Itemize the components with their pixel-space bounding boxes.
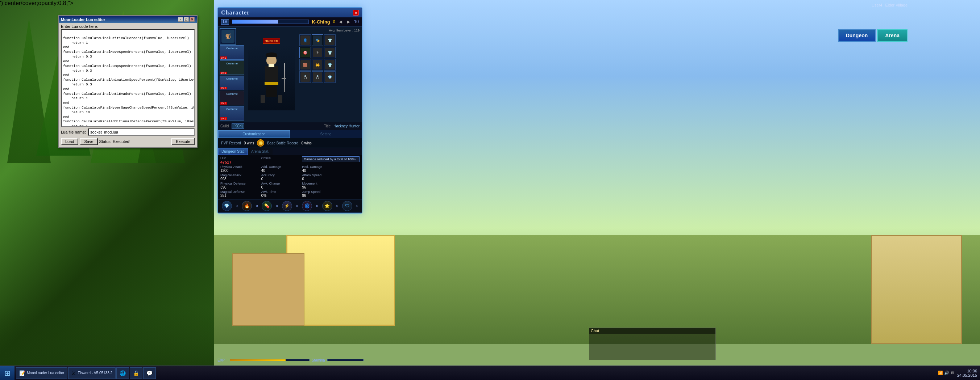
stat-awk-charge: Awk. Charge 0	[261, 182, 302, 189]
lua-filename-input[interactable]	[88, 128, 195, 136]
costume-slot-1[interactable]: Costume LV:1	[220, 45, 244, 60]
char-arrow-right[interactable]: ►	[346, 19, 351, 25]
costume-slot-4[interactable]: Costume LV:1	[220, 91, 244, 105]
equip-slot-7[interactable]: 🟫	[299, 59, 311, 71]
taskbar-browser[interactable]: 🌐	[116, 367, 129, 379]
stat-red-damage: Red. Damage 40	[302, 165, 360, 173]
char-body: 🐒 Costume LV:1 Costume LV:1 Costume LV:1…	[218, 27, 362, 122]
battle-record-value: 0 wins	[301, 141, 311, 145]
taskbar-datetime: 10:06 24.05.2015	[957, 369, 977, 377]
character-window: Character ✕ LV K-Ching 0 ◄ ► 10 🐒 Costum…	[218, 7, 363, 214]
system-tray: 📶 🔊 🖥	[938, 370, 954, 375]
sprite-hair-top	[266, 52, 277, 57]
maximize-button[interactable]: □	[184, 17, 189, 22]
equip-slot-3[interactable]: 👕	[324, 34, 336, 46]
costume-slot-2[interactable]: Costume LV:1	[220, 60, 244, 75]
lua-editor-titlebar: MoonLoader Lua editor - □ ✕	[59, 16, 197, 23]
start-button[interactable]: ⊞	[0, 366, 14, 380]
equip-slot-2[interactable]: 🎭	[312, 34, 323, 46]
char-equipment-panel: Avg. Item Level : 119 👤 🎭 👕 🎯 👁	[299, 28, 360, 120]
item-slot-7[interactable]: 🛡	[342, 201, 352, 211]
equip-slot-4[interactable]: 🎯	[299, 47, 311, 58]
item-slot-3[interactable]: 💊	[262, 201, 272, 211]
lua-status: Status: Executed!	[99, 139, 170, 144]
equip-slot-10[interactable]: 💍	[299, 71, 311, 83]
arena-button[interactable]: Arena	[877, 29, 907, 42]
item-count-6: 0	[336, 204, 338, 208]
taskbar-items: 📝 MoonLoader Lua editor ⚔ Elsword - V5.0…	[14, 367, 935, 379]
char-window-title: Character	[221, 10, 250, 16]
taskbar-elsword[interactable]: ⚔ Elsword - V5.05133.2	[68, 367, 116, 379]
close-button[interactable]: ✕	[189, 17, 195, 22]
stats-section: H P 47517 Critical Damage reduced by a t…	[218, 155, 362, 199]
title-label: Title	[324, 124, 331, 128]
item-count-1: 0	[236, 204, 238, 208]
lua-code-editor[interactable]: function CalculateFinalCriticalPercent(f…	[61, 29, 195, 127]
item-slot-6[interactable]: ⭐	[322, 201, 332, 211]
sprite-pants	[266, 84, 277, 97]
stat-jump-speed: Jump Speed 96	[302, 190, 360, 198]
equip-slot-11[interactable]: 💍	[312, 71, 323, 83]
sprite-boot-left	[261, 95, 265, 103]
lua-code-label: Enter Lua code here:	[59, 23, 197, 29]
item-slot-4[interactable]: ⚡	[282, 201, 292, 211]
stat-tab-arena[interactable]: Arena Stat.	[248, 148, 272, 155]
minimize-button[interactable]: -	[178, 17, 183, 22]
tab-customization[interactable]: Customization	[218, 130, 290, 138]
item-slot-1[interactable]: 💎	[222, 201, 232, 211]
character-sprite	[257, 52, 286, 103]
equip-slot-6[interactable]: 👕	[324, 47, 336, 58]
item-slot-5[interactable]: 🌀	[302, 201, 312, 211]
lua-editor-window: MoonLoader Lua editor - □ ✕ Enter Lua co…	[58, 15, 197, 148]
taskbar-messenger[interactable]: 💬	[143, 367, 156, 379]
titlebar-buttons: - □ ✕	[178, 17, 195, 22]
lv1-badge-3: LV:1	[220, 87, 227, 89]
costume-slot-5[interactable]: Costume LV:1	[220, 106, 244, 120]
avg-item-level: Avg. Item Level : 119	[299, 28, 360, 33]
pvp-label: PVP Record	[221, 141, 241, 145]
stat-tab-dungeon[interactable]: Dungeon Stat.	[218, 148, 248, 155]
stamina-bar	[327, 359, 364, 361]
save-button[interactable]: Save	[80, 138, 97, 145]
stat-tooltip-area: Damage reduced by a total of 100% .	[302, 156, 360, 164]
execute-button[interactable]: Execute	[172, 138, 195, 145]
costume-slot-3[interactable]: Costume LV:1	[220, 76, 244, 90]
char-close-button[interactable]: ✕	[353, 10, 359, 16]
taskbar-time: 10:06	[957, 369, 977, 373]
taskbar-right: 📶 🔊 🖥 10:06 24.05.2015	[935, 369, 980, 377]
item-count-7: 0	[356, 204, 358, 208]
lua-filename-label: Lua file name:	[61, 130, 86, 134]
sprite-boot-right	[278, 95, 282, 103]
guild-name: [KCh]	[232, 124, 244, 129]
tab-setting[interactable]: Setting	[290, 130, 362, 138]
stat-add-damage: Add. Damage 40	[261, 165, 302, 173]
item-count-3: 0	[276, 204, 278, 208]
load-button[interactable]: Load	[61, 138, 78, 145]
equip-slot-8[interactable]: 🤲	[312, 59, 323, 71]
security-icon: 🔒	[133, 370, 139, 376]
stamina-label: Stamina	[312, 358, 325, 362]
exp-label: EXP	[218, 358, 228, 362]
critical-label: Critical	[261, 156, 302, 160]
taskbar-security[interactable]: 🔒	[130, 367, 142, 379]
equip-slot-5[interactable]: 👁	[312, 47, 323, 58]
taskbar-lua-editor[interactable]: 📝 MoonLoader Lua editor	[16, 367, 67, 379]
portrait-slot: 🐒	[220, 28, 236, 44]
char-stat-tabs: Dungeon Stat. Arena Stat.	[218, 148, 362, 155]
character-sprite-area	[248, 45, 295, 110]
sprite-scarf	[269, 64, 274, 67]
equip-slot-1[interactable]: 👤	[299, 34, 311, 46]
equip-slot-12[interactable]: 💎	[324, 71, 336, 83]
char-tabs: Customization Setting	[218, 130, 362, 138]
char-titlebar: Character ✕	[218, 8, 362, 17]
sprite-body	[265, 66, 278, 84]
item-slot-2[interactable]: 🔥	[242, 201, 252, 211]
equip-slot-9[interactable]: 👕	[324, 59, 336, 71]
stat-physical-attack: Physical Attack 1300	[220, 165, 261, 173]
dungeon-button[interactable]: Dungeon	[838, 29, 876, 42]
hp-value: 47517	[220, 160, 261, 164]
kching-value: 0	[333, 19, 335, 24]
char-avatar-area: HUNTER	[244, 28, 299, 120]
lua-buttons-row: Load Save Status: Executed! Execute	[59, 137, 197, 147]
char-arrow-left[interactable]: ◄	[338, 19, 343, 25]
